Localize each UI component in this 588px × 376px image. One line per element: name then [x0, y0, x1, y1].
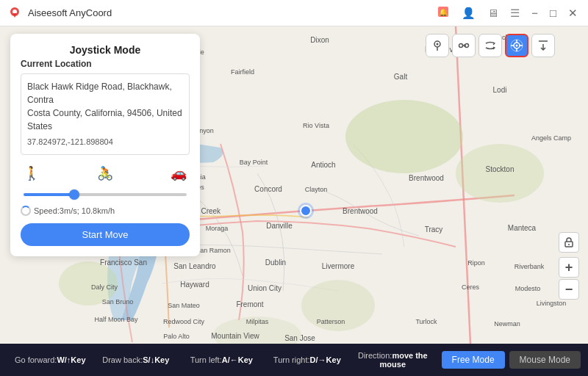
svg-text:Modesto: Modesto [515, 285, 541, 292]
svg-text:Rio Vista: Rio Vista [303, 122, 329, 129]
svg-text:Brentwood: Brentwood [343, 207, 378, 215]
walk-icon[interactable]: 🚶 [24, 165, 40, 181]
address-text: Black Hawk Ridge Road, Blackhawk, Contra… [27, 82, 182, 131]
status-modes: Free Mode Mouse Mode [442, 351, 581, 369]
svg-point-74 [568, 244, 570, 245]
svg-text:Newman: Newman [494, 320, 520, 328]
svg-point-72 [516, 45, 518, 47]
svg-text:Antioch: Antioch [311, 161, 335, 169]
pin-mode-button[interactable] [426, 34, 449, 57]
svg-text:Milpitas: Milpitas [246, 318, 269, 325]
svg-text:Ripon: Ripon [467, 259, 485, 267]
speed-spinner [21, 206, 31, 216]
close-button[interactable]: ✕ [565, 5, 581, 21]
svg-text:Moraga: Moraga [206, 225, 229, 232]
left-panel: Joystick Mode Current Location Black Haw… [10, 34, 200, 256]
svg-text:🔔: 🔔 [439, 7, 448, 17]
svg-point-67 [437, 43, 439, 46]
svg-point-7 [456, 144, 544, 203]
svg-text:San Ramon: San Ramon [196, 247, 231, 254]
svg-text:Francisco San: Francisco San [100, 258, 147, 267]
export-button[interactable] [531, 34, 555, 57]
svg-text:Patterson: Patterson [317, 318, 345, 325]
location-pin [300, 205, 312, 217]
title-bar: Aiseesoft AnyCoord 🔔 👤 🖥 ☰ − □ ✕ [0, 0, 588, 26]
single-move-button[interactable] [452, 34, 476, 57]
status-forward: Go forward:W/↑Key [7, 355, 93, 364]
svg-text:Stockton: Stockton [486, 165, 514, 173]
svg-text:Dublin: Dublin [265, 258, 286, 267]
svg-text:Redwood City: Redwood City [163, 318, 205, 325]
free-mode-button[interactable]: Free Mode [442, 351, 505, 369]
svg-text:Palo Alto: Palo Alto [163, 333, 190, 340]
svg-text:Union City: Union City [248, 284, 282, 292]
svg-text:Tracy: Tracy [425, 225, 443, 234]
app-title: Aiseesoft AnyCoord [28, 7, 434, 18]
speed-slider[interactable] [24, 193, 187, 196]
svg-text:Lodi: Lodi [493, 86, 507, 94]
multi-move-button[interactable] [478, 34, 502, 57]
svg-text:Danville: Danville [266, 222, 293, 230]
svg-text:Bay Point: Bay Point [240, 159, 268, 166]
svg-text:Livingston: Livingston [537, 300, 567, 307]
zoom-in-button[interactable]: + [559, 257, 579, 278]
svg-text:San Mateo: San Mateo [168, 302, 200, 309]
menu-icon[interactable]: ☰ [507, 5, 523, 21]
svg-text:Turlock: Turlock [415, 318, 437, 325]
svg-text:Dixon: Dixon [310, 36, 329, 44]
zoom-out-button[interactable]: − [559, 279, 579, 300]
zoom-lock-button[interactable] [559, 232, 579, 253]
bike-icon[interactable]: 🚴 [97, 165, 113, 181]
minimize-button[interactable]: − [528, 5, 541, 21]
svg-text:Concord: Concord [254, 185, 282, 193]
joystick-mode-button[interactable] [505, 34, 528, 57]
svg-text:Hayward: Hayward [180, 281, 209, 289]
coordinates: 37.824972,-121.898804 [27, 136, 183, 148]
svg-text:Riverbank: Riverbank [514, 263, 545, 270]
notification-icon[interactable]: 🔔 [434, 4, 453, 22]
address-box: Black Hawk Ridge Road, Blackhawk, Contra… [21, 73, 190, 155]
map-area: Dixon Vacaville Elk Grove Jackson Napa F… [0, 26, 588, 344]
map-toolbar [426, 34, 555, 57]
screen-icon[interactable]: 🖥 [484, 5, 501, 21]
location-label: Current Location [21, 59, 190, 69]
svg-text:Daly City: Daly City [91, 283, 118, 291]
title-icons: 🔔 👤 🖥 ☰ − □ ✕ [434, 4, 581, 22]
svg-text:San Bruno: San Bruno [102, 298, 134, 306]
svg-text:Brentwood: Brentwood [409, 174, 444, 182]
svg-text:Livermore: Livermore [322, 262, 355, 270]
speed-display: Speed:3m/s; 10.8km/h [21, 206, 190, 216]
svg-text:San Leandro: San Leandro [173, 262, 216, 270]
status-direction: Direction:move the mouse [350, 351, 436, 369]
speed-slider-row [21, 187, 190, 198]
svg-point-68 [459, 44, 463, 48]
start-move-button[interactable]: Start Move [21, 223, 190, 246]
status-back: Draw back:S/↓Key [93, 355, 179, 364]
svg-point-6 [345, 100, 463, 173]
svg-text:Half Moon Bay: Half Moon Bay [94, 316, 138, 323]
svg-text:Fremont: Fremont [236, 300, 263, 308]
user-icon[interactable]: 👤 [459, 5, 478, 21]
svg-text:Angels Camp: Angels Camp [531, 134, 571, 142]
svg-text:Galt: Galt [394, 73, 408, 81]
status-left: Turn left:A/←Key [179, 355, 265, 364]
mouse-mode-button[interactable]: Mouse Mode [509, 351, 581, 369]
car-icon[interactable]: 🚗 [171, 165, 187, 181]
zoom-controls: + − [559, 232, 579, 300]
svg-text:San Jose: San Jose [284, 334, 315, 342]
mode-title: Joystick Mode [21, 44, 190, 56]
svg-text:Mountain View: Mountain View [211, 332, 259, 340]
speed-text: Speed:3m/s; 10.8km/h [34, 206, 115, 215]
status-right: Turn right:D/→Key [265, 355, 351, 364]
svg-text:Fairfield: Fairfield [231, 68, 254, 76]
svg-text:Manteca: Manteca [508, 224, 537, 232]
svg-text:Ceres: Ceres [462, 283, 480, 291]
app-logo [7, 6, 22, 21]
status-bar: Go forward:W/↑Key Draw back:S/↓Key Turn … [0, 344, 588, 376]
maximize-button[interactable]: □ [547, 5, 559, 21]
speed-selector: 🚶 🚴 🚗 [21, 165, 190, 181]
svg-text:Clayton: Clayton [305, 186, 328, 193]
